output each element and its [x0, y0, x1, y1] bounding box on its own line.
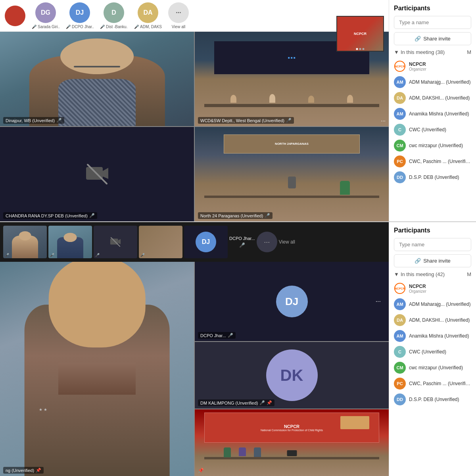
video-cell-chandra: CHANDRA RANA DY.SP DEB (Unverified) 🎤	[0, 127, 194, 221]
svg-marker-1	[103, 168, 108, 179]
participant-anamika-bottom: AM Anamika Mishra (Unverified)	[394, 328, 471, 344]
bottom-cell-ncpcr: NCPCR National Commission for Protection…	[195, 409, 389, 476]
ncpcr-logo-top: NCPCR	[394, 60, 406, 72]
thumb-label-4: 🎤	[140, 253, 145, 257]
avatar-item-2[interactable]: D 🎤 Dist -Banku...	[100, 2, 128, 29]
person-wcd-1	[230, 95, 236, 103]
share-invite-button-bottom[interactable]: 🔗 Share invite	[394, 254, 471, 267]
thumb-label-2: 🎤	[50, 253, 54, 257]
participant-am1-top: AM ADM Maharajg... (Unverified)	[394, 74, 471, 90]
view-all-dark-label[interactable]: View all	[279, 239, 295, 245]
dot-1	[356, 48, 358, 50]
thumb-label-3: 🎤	[95, 253, 100, 257]
participant-list-bottom: NCPCR NCPCR Organizer AM ADM Maharajg...…	[394, 280, 471, 471]
avatar-initials-dj: DJ	[76, 9, 84, 16]
label-text-dinajpur: Dinajpur, WB (Unverified)	[6, 118, 55, 123]
share-icon-top: 🔗	[415, 36, 421, 42]
avatar-item-0[interactable]: DG 🎤 Sarada Giri...	[32, 2, 60, 29]
p-name-anamika-bottom: Anamika Mishra (Unverified)	[409, 333, 469, 339]
avatar-label-da: 🎤 ADM, DAKSHI...	[134, 25, 162, 29]
thumb-bg-1	[3, 226, 47, 258]
participant-pc-top: PC CWC, Paschim ... (Unverified)	[394, 154, 471, 169]
thumb-cell-2[interactable]: 🎤	[48, 226, 92, 258]
search-input-bottom[interactable]	[394, 238, 471, 251]
dj-dots-menu[interactable]: ···	[376, 298, 381, 305]
mute-all-top[interactable]: M	[467, 49, 471, 55]
avatar-item-3[interactable]: DA 🎤 ADM, DAKSHI...	[134, 2, 162, 29]
mic-icon-t4: 🎤	[140, 253, 145, 257]
p-avatar-cm-bottom: CM	[394, 362, 406, 374]
view-all-label-top[interactable]: View all	[172, 25, 185, 29]
ncpcr-people	[224, 447, 261, 457]
chevron-icon-bottom: ▼	[394, 271, 399, 277]
participant-list-top: NCPCR NCPCR Organizer AM ADM Maharajg...…	[394, 58, 471, 217]
thumb-dj-avatar[interactable]: DJ	[184, 226, 228, 258]
dj-avatar-strip: DJ	[196, 232, 216, 252]
avatar-circle-dj: DJ	[69, 2, 90, 23]
p-name-am1-top: ADM Maharajg... (Unverified)	[409, 79, 470, 85]
ncpcr-name-top: NCPCR	[409, 61, 426, 67]
collar-police	[58, 363, 136, 395]
video-cell-dinajpur: Dinajpur, WB (Unverified) 🎤	[0, 32, 194, 126]
label-text-north24: North 24 Paraganas (Unverified)	[200, 213, 263, 218]
p-name-anamika-top: Anamika Mishra (Unverified)	[409, 111, 469, 117]
label-chandra: CHANDRA RANA DY.SP DEB (Unverified) 🎤	[3, 212, 97, 219]
avatar-initials-d: D	[111, 9, 116, 16]
label-north24: North 24 Paraganas (Unverified) 🎤	[198, 212, 273, 219]
label-dk: DM KALIMPONG (Unverified) 🎤 📌	[198, 399, 274, 406]
police-head	[48, 262, 146, 347]
table-north24	[204, 196, 379, 198]
avatar-item-dots[interactable]: ··· View all	[168, 2, 189, 29]
mute-all-bottom[interactable]: M	[467, 271, 471, 277]
p-avatar-da-top: DA	[394, 92, 406, 104]
bottom-cell-dk: DK DM KALIMPONG (Unverified) 🎤 📌	[195, 342, 389, 409]
panel-title-bottom: Participants	[394, 227, 471, 234]
label-text-dk: DM KALIMPONG (Unverified)	[200, 401, 258, 405]
mic-off-dinajpur: 🎤	[56, 118, 62, 123]
glasses-dinajpur	[74, 66, 120, 67]
p-name-cm-top: cwc mirzapur (Unverified)	[409, 143, 463, 148]
dk-avatar-large: DK	[266, 349, 318, 401]
video-bg-north24: NORTH 24PARGANAS	[195, 127, 389, 221]
p-avatar-anamika-bottom: AM	[394, 330, 406, 342]
ncpcr-info-bottom: NCPCR Organizer	[409, 284, 426, 294]
bottom-half: 🎤 🎤	[0, 222, 476, 476]
portrait-ncpcr	[340, 416, 369, 430]
participant-cm-top: CM cwc mirzapur (Unverified)	[394, 138, 471, 154]
mic-icon-t2: 🎤	[50, 253, 54, 257]
p-name-cwc-bottom: CWC (Unverified)	[409, 349, 446, 355]
video-cell-north24: NORTH 24PARGANAS North 24 Paraganas (Unv…	[195, 127, 389, 221]
preview-window-top: NCPCR	[336, 16, 384, 52]
share-invite-button-top[interactable]: 🔗 Share invite	[394, 32, 471, 45]
mic-icon-dg: 🎤	[32, 25, 36, 29]
avatar-item-1[interactable]: DJ 🎤 DCPO Jhar...	[66, 2, 94, 29]
chevron-icon-top: ▼	[394, 49, 399, 55]
p-avatar-cwc-top: C	[394, 124, 406, 136]
svg-marker-4	[118, 239, 121, 244]
share-invite-label-bottom: Share invite	[423, 258, 451, 264]
participant-anamika-top: AM Anamika Mishra (Unverified)	[394, 106, 471, 122]
label-dj: DCPO Jhar... 🎤	[198, 332, 236, 339]
thumb-cell-4[interactable]: 🎤	[139, 226, 182, 258]
participant-cwc-bottom: C CWC (Unverified)	[394, 344, 471, 360]
p-name-dd-bottom: D.S.P. DEB (Unverified)	[409, 397, 459, 402]
screen-text-wcd: ■ ■ ■	[288, 56, 296, 60]
participant-cwc-top: C CWC (Unverified)	[394, 122, 471, 138]
thumb-head-2	[64, 233, 77, 242]
p-name-pc-bottom: CWC, Paschim ... (Unverified)	[409, 381, 471, 386]
view-all-dots-btn[interactable]: ···	[257, 232, 277, 252]
person-north24	[340, 181, 350, 195]
in-meeting-header-top: ▼ In this meeting (38) M	[394, 49, 471, 55]
mic-off-wcd: 🎤	[286, 118, 292, 123]
label-text-police: ng (Unverified)	[6, 468, 34, 473]
thumb-cell-3[interactable]: 🎤	[94, 226, 137, 258]
participant-ncpcr-top: NCPCR NCPCR Organizer	[394, 58, 471, 74]
thumb-cell-1[interactable]: 🎤	[3, 226, 47, 258]
dot-3	[363, 48, 365, 50]
search-input-top[interactable]	[394, 16, 471, 29]
label-dinajpur: Dinajpur, WB (Unverified) 🎤	[3, 117, 64, 124]
participant-dd-top: DD D.S.P. DEB (Unverified)	[394, 169, 471, 185]
thumb-meeting	[139, 226, 182, 258]
participant-am1-bottom: AM ADM Maharajg... (Unverified)	[394, 296, 471, 312]
dots-menu-wcd[interactable]: ···	[381, 117, 386, 124]
